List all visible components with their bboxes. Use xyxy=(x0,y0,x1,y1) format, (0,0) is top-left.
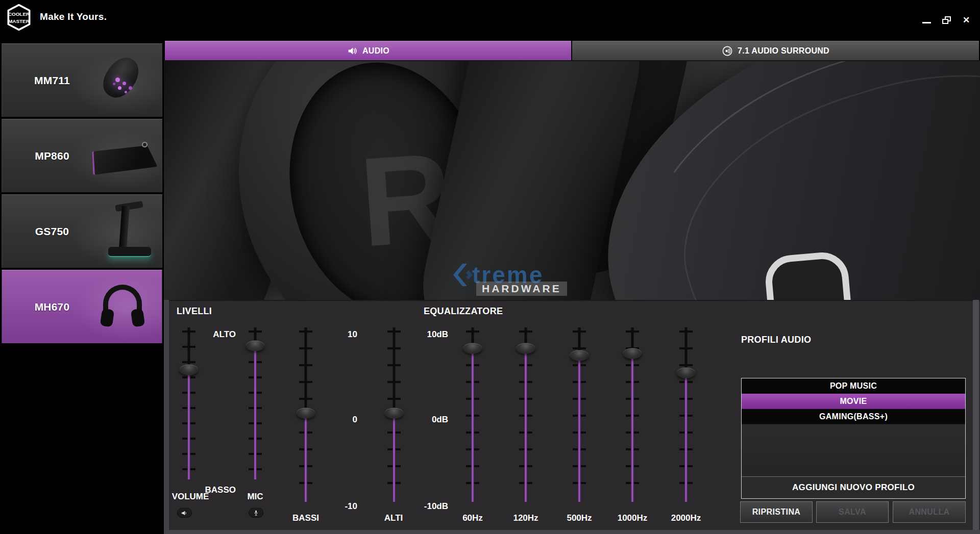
device-sidebar: MM711 MP860 GS750 MH670 xyxy=(0,35,164,534)
volume-slider-thumb[interactable] xyxy=(180,365,199,375)
slider-fill xyxy=(525,348,527,502)
mp860-product-image xyxy=(89,124,158,188)
tab-71-audio-surround[interactable]: 7.1 AUDIO SURROUND xyxy=(572,41,979,60)
cancel-label: ANNULLA xyxy=(909,507,949,517)
eq-scale-bottom: -10dB xyxy=(413,501,448,512)
surround-speaker-icon xyxy=(722,45,733,57)
device-label: MP860 xyxy=(11,119,93,192)
slider-fill xyxy=(393,413,396,502)
speaker-icon xyxy=(347,45,358,57)
device-label: MH670 xyxy=(11,270,93,343)
eq-500hz-label: 500Hz xyxy=(559,513,600,523)
audio-profiles-title: PROFILI AUDIO xyxy=(741,335,811,345)
add-new-profile-button[interactable]: AGGIUNGI NUOVO PROFILO xyxy=(742,477,965,498)
profile-pop-music[interactable]: POP MUSIC xyxy=(742,378,965,394)
tab-audio-label: AUDIO xyxy=(362,46,389,56)
tab-surround-label: 7.1 AUDIO SURROUND xyxy=(738,46,829,56)
volume-scale-high: ALTO xyxy=(200,329,236,340)
restore-squares-icon xyxy=(942,16,951,24)
minimize-button[interactable] xyxy=(920,14,933,26)
volume-slider[interactable] xyxy=(180,327,198,479)
eq-2000hz-thumb[interactable] xyxy=(677,367,696,378)
sidebar-item-mp860[interactable]: MP860 xyxy=(2,119,162,192)
eq-500hz-slider[interactable] xyxy=(571,327,588,502)
speaker-icon xyxy=(181,510,188,516)
restore-defaults-label: RIPRISTINA xyxy=(752,507,801,517)
mh670-product-image xyxy=(89,275,158,339)
slider-fill xyxy=(254,346,257,479)
audio-profiles-list: POP MUSIC MOVIE GAMING(BASS+) AGGIUNGI N… xyxy=(741,378,966,499)
eq-scale-mid: 0dB xyxy=(413,415,448,425)
levels-section-title: LIVELLI xyxy=(177,306,212,317)
eq-120hz-label: 120Hz xyxy=(505,513,546,523)
treble-slider[interactable] xyxy=(385,327,403,502)
minimize-dash-icon xyxy=(922,22,931,23)
sidebar-item-mh670[interactable]: MH670 xyxy=(2,270,162,343)
eq-120hz-thumb[interactable] xyxy=(517,343,535,354)
bass-slider-label: BASSI xyxy=(285,513,326,523)
tone-scale-mid: 0 xyxy=(332,415,357,425)
slider-fill xyxy=(472,348,474,502)
treble-slider-label: ALTI xyxy=(373,513,414,523)
eq-2000hz-slider[interactable] xyxy=(677,327,695,502)
device-label: MM711 xyxy=(11,44,93,117)
title-bar: COOLER MASTER Make It Yours. ✕ xyxy=(0,0,980,35)
restore-defaults-button[interactable]: RIPRISTINA xyxy=(740,501,813,523)
bass-slider-thumb[interactable] xyxy=(297,408,315,418)
restore-button[interactable] xyxy=(940,14,953,26)
headset-product-photo: R treme HARDWARE xyxy=(164,60,980,300)
tone-scale-top: 10 xyxy=(332,329,357,340)
eq-1000hz-thumb[interactable] xyxy=(623,348,642,359)
eq-60hz-thumb[interactable] xyxy=(463,343,482,354)
volume-slider-label: VOLUME xyxy=(167,492,213,502)
mic-slider-label: MIC xyxy=(240,492,271,502)
watermark-hardware: HARDWARE xyxy=(476,282,567,296)
save-button[interactable]: SALVA xyxy=(816,501,889,523)
mm711-product-image xyxy=(89,49,158,112)
slider-fill xyxy=(188,370,190,479)
slider-fill xyxy=(685,373,688,502)
mic-icon xyxy=(252,510,260,516)
eq-2000hz-label: 2000Hz xyxy=(666,513,706,523)
x-chevron-icon xyxy=(453,263,473,287)
brand-tagline: Make It Yours. xyxy=(40,11,107,22)
sidebar-item-gs750[interactable]: GS750 xyxy=(2,194,162,268)
tone-scale-bottom: -10 xyxy=(332,501,357,512)
profile-movie[interactable]: MOVIE xyxy=(742,394,965,409)
eq-60hz-slider[interactable] xyxy=(464,327,481,502)
mic-slider[interactable] xyxy=(247,327,264,479)
cooler-master-ring-logo xyxy=(765,252,852,300)
treble-slider-thumb[interactable] xyxy=(385,408,404,418)
cooler-master-logo-icon: COOLER MASTER xyxy=(5,4,33,31)
cancel-button[interactable]: ANNULLA xyxy=(893,501,966,523)
eq-1000hz-slider[interactable] xyxy=(624,327,641,502)
bass-slider[interactable] xyxy=(297,327,314,502)
profile-label: GAMING(BASS+) xyxy=(819,412,888,421)
profile-label: MOVIE xyxy=(840,397,867,406)
panel-edge xyxy=(164,530,980,534)
add-new-profile-label: AGGIUNGI NUOVO PROFILO xyxy=(792,482,915,493)
eq-scale-top: 10dB xyxy=(413,329,448,340)
profile-list-empty-area xyxy=(742,424,965,476)
eq-120hz-slider[interactable] xyxy=(517,327,534,502)
slider-fill xyxy=(578,355,581,502)
mic-slider-thumb[interactable] xyxy=(246,340,265,351)
svg-text:MASTER: MASTER xyxy=(8,18,30,24)
mic-mute-button[interactable] xyxy=(249,508,263,518)
profile-label: POP MUSIC xyxy=(830,382,877,391)
profile-gaming-bass[interactable]: GAMING(BASS+) xyxy=(742,409,965,424)
slider-fill xyxy=(631,353,634,502)
panel-edge xyxy=(973,300,979,534)
eq-60hz-label: 60Hz xyxy=(452,513,493,523)
close-button[interactable]: ✕ xyxy=(960,14,973,26)
device-label: GS750 xyxy=(11,195,93,268)
svg-text:COOLER: COOLER xyxy=(8,11,30,17)
eq-500hz-thumb[interactable] xyxy=(570,350,589,361)
slider-fill xyxy=(305,413,307,502)
eq-1000hz-label: 1000Hz xyxy=(612,513,653,523)
tab-audio[interactable]: AUDIO xyxy=(165,41,571,60)
sidebar-item-mm711[interactable]: MM711 xyxy=(2,43,162,117)
equalizer-section-title: EQUALIZZATORE xyxy=(424,306,503,317)
save-label: SALVA xyxy=(839,507,866,517)
volume-mute-button[interactable] xyxy=(177,508,192,518)
